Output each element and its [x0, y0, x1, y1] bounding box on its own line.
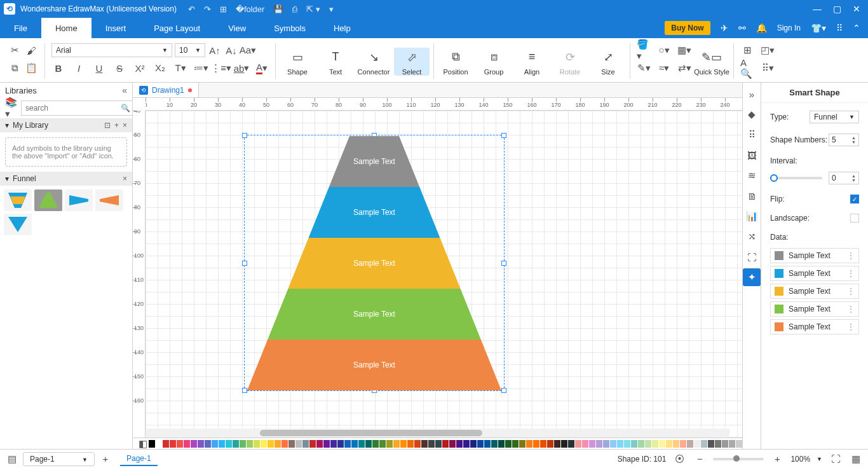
data-item-0[interactable]: Sample Text⋮	[770, 248, 859, 263]
color-swatch[interactable]	[365, 440, 372, 448]
funnel-thumb-5[interactable]	[4, 214, 32, 235]
palette-picker-icon[interactable]: ◧	[138, 437, 148, 451]
shape-tool[interactable]: ▭Shape	[280, 48, 315, 76]
image-icon[interactable]: 🖼	[743, 146, 761, 164]
theme-icon[interactable]: ◆	[743, 106, 761, 123]
color-swatch[interactable]	[414, 440, 421, 448]
color-swatch[interactable]	[568, 440, 574, 448]
color-swatch[interactable]	[659, 440, 665, 448]
funnel-segment-1[interactable]: Sample Text	[309, 187, 440, 238]
flip-checkbox[interactable]: ✓	[850, 195, 859, 203]
funnel-segment-4[interactable]: Sample Text	[247, 340, 501, 390]
color-swatch[interactable]	[519, 440, 526, 448]
strike-icon[interactable]: S	[112, 61, 126, 75]
color-swatch[interactable]	[540, 440, 546, 448]
color-swatch[interactable]	[302, 440, 309, 448]
interval-input[interactable]: 0▲▼	[829, 172, 859, 184]
tab-home[interactable]: Home	[41, 18, 92, 38]
data-item-2[interactable]: Sample Text⋮	[770, 284, 859, 299]
funnel-section[interactable]: ▾Funnel ×	[0, 172, 132, 186]
color-swatch[interactable]	[337, 440, 344, 448]
funnel-segment-2[interactable]: Sample Text	[288, 238, 460, 289]
numbering-icon[interactable]: ⋮≡▾	[214, 61, 228, 75]
export-icon[interactable]: ⇱ ▾	[306, 4, 320, 14]
open-icon[interactable]: �folder	[236, 4, 265, 14]
font-size-select[interactable]: 10▼	[175, 43, 205, 57]
color-swatch[interactable]	[177, 440, 183, 448]
color-swatch[interactable]	[589, 440, 595, 448]
library-menu-icon[interactable]: 📚▾	[5, 101, 17, 115]
qat-more-icon[interactable]: ▾	[329, 4, 334, 14]
color-swatch[interactable]	[645, 440, 651, 448]
color-swatch[interactable]	[673, 440, 679, 448]
layers-icon[interactable]: ≋	[743, 167, 761, 184]
color-swatch[interactable]	[309, 440, 316, 448]
color-swatch[interactable]	[163, 440, 169, 448]
color-swatch[interactable]	[603, 440, 609, 448]
minimize-icon[interactable]: —	[813, 4, 822, 14]
line-icon[interactable]: ✎▾	[637, 61, 651, 75]
tab-file[interactable]: File	[0, 18, 41, 38]
color-swatch[interactable]	[275, 440, 281, 448]
data-item-menu-icon[interactable]: ⋮	[847, 251, 855, 260]
color-swatch[interactable]	[736, 440, 742, 448]
fit-page-icon[interactable]: ⛶	[829, 452, 843, 466]
maximize-icon[interactable]: ▢	[833, 4, 841, 14]
connector-tool[interactable]: ↘Connector	[356, 48, 391, 76]
bullets-icon[interactable]: ≔▾	[194, 61, 208, 75]
color-swatch[interactable]	[247, 440, 253, 448]
color-swatch[interactable]	[184, 440, 190, 448]
color-swatch[interactable]	[561, 440, 567, 448]
crop-icon[interactable]: ◰▾	[761, 43, 775, 57]
library-search-input[interactable]	[25, 104, 121, 113]
color-swatch[interactable]	[226, 440, 232, 448]
color-swatch[interactable]	[680, 440, 686, 448]
new-icon[interactable]: ⊞	[220, 4, 227, 14]
collapse-libraries-icon[interactable]: «	[122, 85, 127, 95]
underline-icon[interactable]: U	[92, 61, 106, 75]
data-item-menu-icon[interactable]: ⋮	[847, 287, 855, 296]
redo-icon[interactable]: ↷	[204, 4, 211, 14]
color-swatch[interactable]	[547, 440, 553, 448]
tab-page-layout[interactable]: Page Layout	[140, 18, 214, 38]
landscape-checkbox[interactable]	[850, 214, 859, 223]
layout-icon[interactable]: ⊞	[740, 43, 754, 57]
shape-effects-icon[interactable]: ▦▾	[677, 43, 691, 57]
color-swatch[interactable]	[442, 440, 449, 448]
library-search[interactable]: 🔍	[21, 100, 135, 116]
expand-panel-icon[interactable]: »	[743, 85, 761, 103]
copy-icon[interactable]: ⧉	[8, 61, 22, 75]
signin-link[interactable]: Sign In	[777, 24, 801, 32]
color-swatch[interactable]	[351, 440, 358, 448]
active-page-tab[interactable]: Page-1	[120, 452, 158, 466]
zoom-slider[interactable]	[713, 458, 764, 460]
funnel-thumb-1[interactable]	[4, 189, 32, 211]
tab-help[interactable]: Help	[320, 18, 365, 38]
color-swatch[interactable]	[666, 440, 672, 448]
select-tool[interactable]: ⬀Select	[394, 48, 430, 76]
color-swatch[interactable]	[484, 440, 491, 448]
remove-icon[interactable]: ×	[123, 121, 127, 130]
search-icon[interactable]: 🔍	[121, 104, 130, 113]
rotate-tool[interactable]: ⟳Rotate	[552, 48, 588, 76]
line-style-icon[interactable]: ≈▾	[657, 61, 671, 75]
subscript-icon[interactable]: X₂	[153, 61, 167, 75]
color-swatch[interactable]	[624, 440, 630, 448]
color-swatch[interactable]	[491, 440, 498, 448]
color-swatch[interactable]	[156, 440, 162, 448]
undo-icon[interactable]: ↶	[188, 4, 195, 14]
superscript-icon[interactable]: X²	[133, 61, 147, 75]
color-swatch[interactable]	[281, 440, 288, 448]
color-swatch[interactable]	[268, 440, 274, 448]
color-swatch[interactable]	[254, 440, 260, 448]
tab-view[interactable]: View	[214, 18, 260, 38]
zoom-in-icon[interactable]: +	[770, 452, 784, 466]
page-list-icon[interactable]: ▤	[5, 452, 19, 466]
add-page-icon[interactable]: +	[98, 452, 112, 466]
color-swatch[interactable]	[722, 440, 728, 448]
color-swatch[interactable]	[261, 440, 267, 448]
color-swatch[interactable]	[407, 440, 414, 448]
group-tool[interactable]: ⧈Group	[476, 48, 512, 76]
interval-slider[interactable]	[770, 177, 822, 179]
color-swatch[interactable]	[358, 440, 365, 448]
